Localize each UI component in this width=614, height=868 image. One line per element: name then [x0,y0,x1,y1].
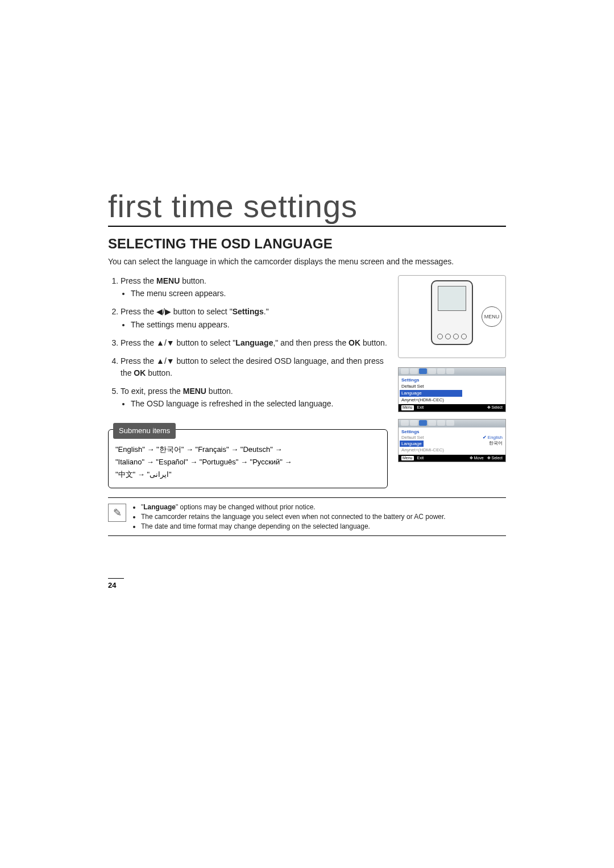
note-item: "Language" options may be changed withou… [141,502,446,512]
note-item: The date and time format may change depe… [141,522,446,531]
step-text: Press the [121,307,156,316]
submenu-box: Submenu items "English" → "한국어" → "Franç… [108,429,388,488]
up-down-icon: ▲/▼ [156,356,175,366]
osd-foot-exit: Exit [417,405,424,410]
osd-screenshot-1: Settings Default Set Language Anynet+(HD… [398,367,506,412]
osd-row: Default Set [401,383,503,390]
step-text: button to select " [175,338,236,347]
osd-foot-exit: Exit [417,456,424,460]
osd-row: Anynet+(HDMI-CEC) [401,447,503,454]
step-4: Press the ▲/▼ button to select the desir… [121,355,388,379]
step-text: button. [360,338,387,347]
intro-text: You can select the language in which the… [108,256,506,267]
submenu-line: "Italiano" → "Español" → "Português" → "… [115,456,380,468]
menu-label: MENU [156,276,180,285]
osd-screenshot-2: Settings Default Set✔English Language한국어… [398,419,506,463]
step-text: button to select " [171,307,233,316]
submenu-line: "中文" → "ايرانی" [115,468,380,481]
illustration-column: MENU Settings Default Set Language Anyne… [398,275,506,488]
note-item: The camcorder retains the language you s… [141,512,446,522]
step-text: To exit, press the [121,387,183,396]
osd-title: Settings [401,377,503,383]
step-text: button. [206,387,233,396]
osd-row-selected: Language [400,390,462,397]
camcorder-icon [431,280,473,345]
settings-label: Settings [233,307,264,316]
menu-label: MENU [183,387,206,396]
step-1: Press the MENU button. The menu screen a… [121,275,388,300]
osd-title: Settings [401,429,503,435]
check-icon: ✔ [483,435,487,440]
step-sub: The menu screen appears. [131,288,388,299]
submenu-line: "English" → "한국어" → "Français" → "Deutsc… [115,443,380,456]
step-sub: The settings menu appears. [131,319,388,330]
left-right-icon: ◀/▶ [156,307,171,316]
steps-column: Press the MENU button. The menu screen a… [108,275,388,488]
step-sub: The OSD language is refreshed in the sel… [131,398,388,409]
language-label: Language [235,338,273,347]
osd-value: 한국어 [489,441,503,447]
osd-foot-menu: Menu [401,456,414,460]
camcorder-diagram: MENU [398,275,506,358]
step-text: button. [146,368,172,377]
step-text: ," and then press the [273,338,349,347]
osd-foot-move: Move [474,456,483,460]
submenu-header: Submenu items [113,423,176,439]
menu-button-callout: MENU [482,306,502,327]
step-3: Press the ▲/▼ button to select "Language… [121,337,388,348]
step-5: To exit, press the MENU button. The OSD … [121,385,388,410]
ok-label: OK [349,338,360,347]
osd-foot-menu: Menu [401,405,414,410]
language-label: Language [143,503,176,511]
step-text: ." [264,307,269,316]
step-text: Press the [121,276,156,285]
step-text: button. [180,276,206,285]
step-text: Press the [121,356,156,366]
section-heading: SELECTING THE OSD LANGUAGE [108,236,506,252]
step-text: Press the [121,338,156,347]
step-2: Press the ◀/▶ button to select "Settings… [121,306,388,330]
osd-foot-select: Select [492,405,503,409]
up-down-icon: ▲/▼ [156,338,175,347]
osd-row: Anynet+(HDMI-CEC) [401,397,503,404]
note-icon: ✎ [108,504,126,522]
chapter-title: first time settings [108,188,506,227]
osd-foot-select: Select [492,456,503,460]
notes-block: ✎ "Language" options may be changed with… [108,497,506,536]
osd-row-selected: Language [400,441,424,447]
osd-row: Default Set [401,435,424,441]
page-number: 24 [108,578,124,589]
osd-value: English [488,435,503,440]
ok-label: OK [134,368,146,377]
